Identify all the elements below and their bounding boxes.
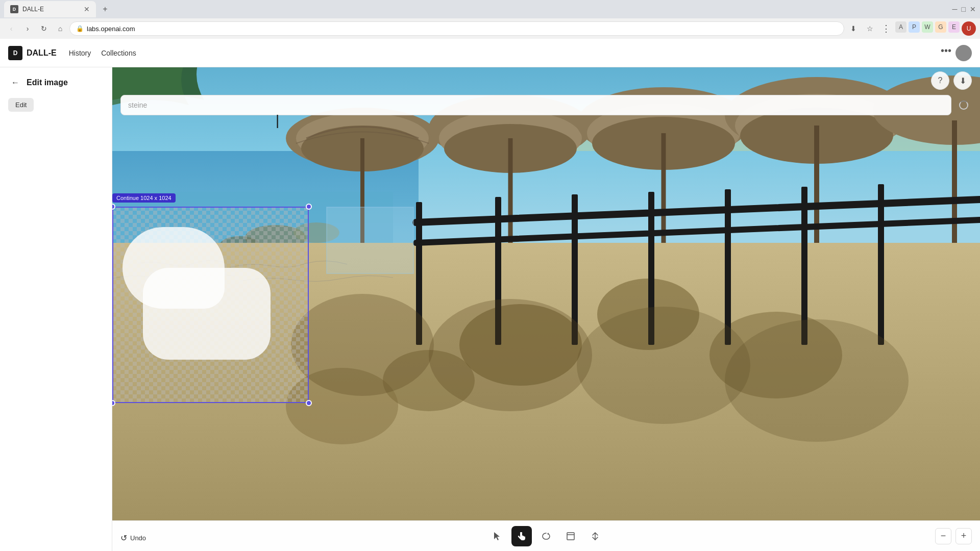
address-text: labs.openai.com <box>87 25 135 33</box>
svg-point-44 <box>577 307 750 424</box>
svg-point-43 <box>429 299 592 411</box>
bottom-toolbar: ↺ Undo <box>112 520 980 551</box>
bookmark-icon[interactable]: ☆ <box>863 21 877 36</box>
hand-icon <box>517 531 527 541</box>
browser-chrome: D DALL-E ✕ + ─ □ ✕ ‹ › ↻ ⌂ 🔒 labs.openai… <box>0 0 980 39</box>
page-title: Edit image <box>27 78 68 87</box>
svg-rect-39 <box>878 184 884 345</box>
select-tool[interactable] <box>487 526 507 546</box>
svg-point-42 <box>291 294 434 396</box>
nav-actions: ⬇ ☆ ⋮ A P W G E U <box>846 21 976 36</box>
maximize-btn[interactable]: □ <box>962 5 966 13</box>
forward-button[interactable]: › <box>20 21 35 36</box>
sidebar-actions: Edit <box>0 98 112 120</box>
app-nav-right: ••• <box>941 45 972 61</box>
loading-spinner <box>955 97 972 113</box>
app-logo: D DALL-E <box>8 46 57 60</box>
image-top-icons: ? ⬇ <box>931 71 972 90</box>
help-button[interactable]: ? <box>931 71 949 90</box>
undo-label: Undo <box>130 534 146 542</box>
sidebar: ← Edit image Edit <box>0 67 112 551</box>
frame-tool[interactable] <box>560 526 581 546</box>
ext2[interactable]: P <box>909 21 920 33</box>
profile-avatar[interactable]: U <box>962 21 976 36</box>
home-button[interactable]: ⌂ <box>53 21 67 36</box>
back-button[interactable]: ‹ <box>4 21 18 36</box>
tab-favicon: D <box>10 5 18 13</box>
edit-button[interactable]: Edit <box>8 98 34 112</box>
toolbar-tools <box>487 526 605 546</box>
reload-button[interactable]: ↻ <box>37 21 51 36</box>
sidebar-header: ← Edit image <box>0 67 112 98</box>
select-icon <box>492 531 502 541</box>
app-nav-links: History Collections <box>69 49 136 57</box>
prompt-bar <box>112 91 980 119</box>
image-area: Continue 1024 x 1024 | ? ⬇ <box>112 67 980 551</box>
user-avatar[interactable] <box>955 45 972 61</box>
extensions-icon[interactable]: ⬇ <box>846 21 861 36</box>
selection-tooltip: Continue 1024 x 1024 <box>112 193 176 203</box>
active-tab[interactable]: D DALL-E ✕ <box>4 1 96 17</box>
app-nav: D DALL-E History Collections ••• <box>0 39 980 67</box>
history-link[interactable]: History <box>69 49 91 57</box>
mask-shape-2 <box>143 268 271 360</box>
app-layout: D DALL-E History Collections ••• ← Edit … <box>0 39 980 551</box>
lasso-tool[interactable] <box>536 526 556 546</box>
selection-overlay[interactable]: Continue 1024 x 1024 <box>112 207 309 403</box>
erase-tool[interactable] <box>585 526 605 546</box>
hand-tool[interactable] <box>511 526 532 546</box>
handle-br[interactable] <box>306 400 312 406</box>
frame-icon <box>566 531 576 541</box>
download-button[interactable]: ⬇ <box>953 71 972 90</box>
close-btn[interactable]: ✕ <box>970 5 976 13</box>
tab-title: DALL-E <box>22 6 80 13</box>
collections-link[interactable]: Collections <box>101 49 136 57</box>
undo-icon: ↺ <box>120 533 127 543</box>
ext3[interactable]: W <box>922 21 933 33</box>
prompt-input[interactable] <box>120 95 951 115</box>
more-icon[interactable]: ⋮ <box>879 21 893 36</box>
nav-bar: ‹ › ↻ ⌂ 🔒 labs.openai.com ⬇ ☆ ⋮ A P W G … <box>0 18 980 39</box>
back-button[interactable]: ← <box>8 76 22 90</box>
minimize-btn[interactable]: ─ <box>952 5 958 13</box>
zoom-controls: − + <box>935 528 972 544</box>
main-area: ← Edit image Edit <box>0 67 980 551</box>
ext5[interactable]: E <box>948 21 960 33</box>
handle-tr[interactable] <box>306 204 312 210</box>
canvas-container[interactable]: Continue 1024 x 1024 | <box>112 67 980 520</box>
zoom-in-button[interactable]: + <box>955 528 972 544</box>
svg-rect-47 <box>567 533 574 540</box>
undo-button[interactable]: ↺ Undo <box>120 533 146 543</box>
new-tab-button[interactable]: + <box>98 2 112 16</box>
svg-point-45 <box>725 319 909 442</box>
text-cursor: | <box>276 113 279 128</box>
lock-icon: 🔒 <box>76 25 84 32</box>
address-bar[interactable]: 🔒 labs.openai.com <box>69 21 844 36</box>
nav-more-button[interactable]: ••• <box>941 45 951 61</box>
tab-bar: D DALL-E ✕ + ─ □ ✕ <box>0 0 980 18</box>
svg-rect-46 <box>327 207 413 273</box>
tab-close-icon[interactable]: ✕ <box>84 5 90 13</box>
app-logo-icon: D <box>8 46 22 60</box>
app-logo-text: DALL-E <box>27 48 57 58</box>
ext4[interactable]: G <box>935 21 946 33</box>
spinner-icon <box>959 101 968 110</box>
undo-area: ↺ Undo <box>120 533 146 543</box>
erase-icon <box>590 531 600 541</box>
zoom-out-button[interactable]: − <box>935 528 951 544</box>
lasso-icon <box>541 531 551 541</box>
ext1[interactable]: A <box>895 21 906 33</box>
